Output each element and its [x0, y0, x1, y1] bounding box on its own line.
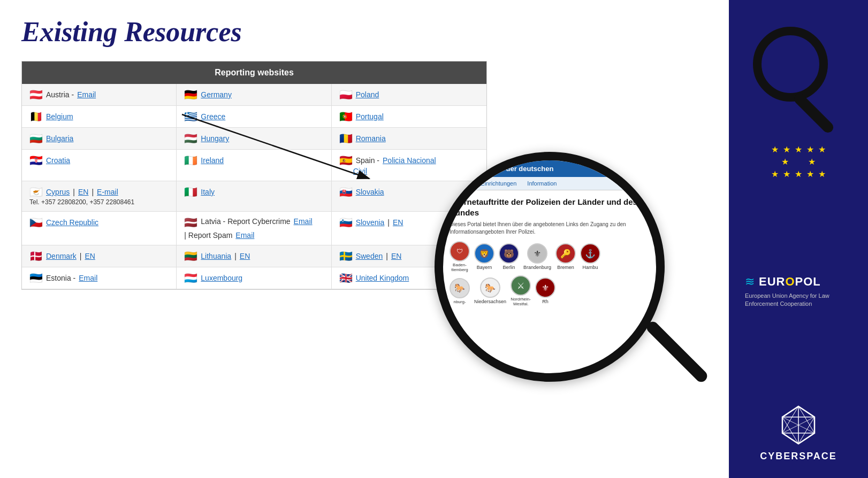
austria-label: Austria - [46, 90, 74, 99]
poland-link[interactable]: Poland [356, 90, 379, 99]
table-cell: 🇮🇹 Italy [177, 181, 331, 211]
eu-stars: ★ ★ ★ ★ ★ ★ ★ ★ ★ ★ ★ ★ [771, 144, 826, 179]
cyprus-email-link[interactable]: E-mail [97, 188, 118, 196]
magnifier-handle [644, 319, 710, 384]
europol-section: ≋ EUROPOL European Union Agency for LawE… [740, 275, 857, 309]
uk-link[interactable]: United Kingdom [356, 274, 409, 282]
star: ★ [818, 169, 826, 179]
lithuania-link[interactable]: Lithuania [201, 252, 231, 260]
flag-spain: 🇪🇸 [339, 155, 353, 166]
state-icon-ber: 🐻 Berlin [499, 243, 519, 270]
bulgaria-link[interactable]: Bulgaria [46, 134, 73, 143]
italy-link[interactable]: Italy [201, 188, 215, 196]
denmark-link[interactable]: Denmark [46, 252, 77, 260]
portugal-link[interactable]: Portugal [356, 112, 384, 121]
flag-portugal: 🇵🇹 [339, 111, 353, 122]
table-cell: 🇩🇰 Denmark | EN [22, 245, 177, 267]
flag-lithuania: 🇱🇹 [184, 251, 197, 261]
sidebar: ★ ★ ★ ★ ★ ★ ★ ★ ★ ★ ★ ★ ≋ EUROPOL [729, 0, 868, 478]
flag-bulgaria: 🇧🇬 [29, 133, 43, 144]
slovenia-link[interactable]: Slovenia [356, 218, 385, 227]
germany-link[interactable]: Germany [201, 90, 232, 99]
flag-luxembourg: 🇱🇺 [184, 273, 197, 283]
sweden-link[interactable]: Sweden [356, 252, 383, 260]
greece-link[interactable]: Greece [201, 112, 225, 121]
table-row: 🇨🇾 Cyprus | EN | E-mail Tel. +357 228082… [22, 181, 486, 212]
pipe: | [386, 252, 388, 260]
flag-slovenia: 🇸🇮 [339, 217, 353, 228]
cyprus-link[interactable]: Cyprus [46, 188, 70, 196]
sweden-en-link[interactable]: EN [391, 252, 401, 260]
state-icon-rl: ⚜ Rh [535, 277, 555, 304]
latvia-email1-link[interactable]: Email [294, 217, 313, 226]
europol-wave-icon: ≋ [745, 275, 755, 289]
table-cell: 🇮🇪 Ireland [177, 150, 331, 181]
table-row: 🇧🇬 Bulgaria 🇭🇺 Hungary 🇷🇴 Ro [22, 128, 486, 150]
lithuania-en-link[interactable]: EN [240, 252, 250, 260]
pipe: | [80, 252, 82, 260]
denmark-en-link[interactable]: EN [85, 252, 95, 260]
europol-name: EUROPOL [759, 275, 821, 289]
table-cell: 🇦🇹 Austria - Email [22, 84, 177, 105]
table-cell: 🇸🇮 Slovenia | EN [332, 212, 486, 245]
table-cell: 🇱🇹 Lithuania | EN [177, 245, 331, 267]
table-row: 🇪🇪 Estonia - Email 🇱🇺 Luxembourg [22, 267, 486, 289]
europol-subtitle: European Union Agency for LawEnforcement… [745, 292, 829, 309]
table-cell: 🇬🇷 Greece [177, 106, 331, 127]
flag-cyprus: 🇨🇾 [29, 187, 43, 197]
table-row: 🇭🇷 Croatia 🇮🇪 Ireland 🇪🇸 Spa [22, 150, 486, 181]
estonia-link[interactable]: Email [79, 274, 97, 282]
cyberspace-section: CYBERSPACE [760, 404, 837, 462]
table-cell: 🇸🇰 Slovakia [332, 181, 486, 211]
table-cell: 🇭🇺 Hungary [177, 128, 331, 149]
estonia-text: Estonia - [46, 274, 75, 282]
table-cell: 🇪🇪 Estonia - Email [22, 267, 177, 289]
star: ★ [806, 144, 814, 155]
table-cell: 🇪🇸 Spain - Policia Nacional Civil [332, 150, 486, 181]
czech-link[interactable]: Czech Republic [46, 218, 98, 227]
spain-link2[interactable]: Civil [353, 167, 367, 175]
latvia-email2-link[interactable]: Email [235, 231, 254, 240]
sidebar-top: ★ ★ ★ ★ ★ ★ ★ ★ ★ ★ ★ ★ [740, 16, 857, 179]
star: ★ [781, 157, 789, 167]
flag-hungary: 🇭🇺 [184, 133, 197, 144]
table-cell: 🇱🇻 Latvia - Report Cybercrime Email | Re… [177, 212, 331, 245]
mag-circle-icon [753, 27, 828, 102]
pipe: | [92, 188, 94, 196]
star: ★ [783, 169, 790, 179]
table-cell: 🇵🇹 Portugal [332, 106, 486, 127]
flag-belgium: 🇧🇪 [29, 111, 43, 122]
flag-estonia: 🇪🇪 [29, 273, 43, 283]
belgium-link[interactable]: Belgium [46, 112, 73, 121]
pipe: | [387, 218, 390, 227]
state-icon-nrw: ⚔ Nordrhein-Westfal. [511, 275, 531, 306]
table-cell: 🇷🇴 Romania [332, 128, 486, 149]
austria-link[interactable]: Email [77, 90, 96, 99]
cyprus-en-link[interactable]: EN [78, 188, 88, 196]
state-icon-ham: ⚓ Hambu [580, 243, 600, 270]
romania-link[interactable]: Romania [356, 134, 386, 143]
slovakia-link[interactable]: Slovakia [356, 188, 384, 196]
pipe: | [234, 252, 237, 260]
luxembourg-link[interactable]: Luxembourg [201, 274, 242, 282]
cyberspace-label: CYBERSPACE [760, 451, 837, 462]
hungary-link[interactable]: Hungary [201, 134, 229, 143]
flag-germany: 🇩🇪 [184, 89, 197, 100]
flag-croatia: 🇭🇷 [29, 155, 43, 166]
slovenia-en-link[interactable]: EN [393, 218, 403, 227]
flag-italy: 🇮🇹 [184, 187, 197, 197]
flag-czech: 🇨🇿 [29, 217, 43, 228]
star: ★ [795, 144, 802, 155]
table-cell: 🇩🇪 Germany [177, 84, 331, 105]
flag-latvia: 🇱🇻 [184, 217, 197, 228]
ireland-link[interactable]: Ireland [201, 156, 224, 165]
flag-romania: 🇷🇴 [339, 133, 353, 144]
table-header: Reporting websites [22, 61, 486, 84]
state-icon-bra: ⚜ Brandenburg [523, 243, 551, 270]
star: ★ [771, 144, 779, 155]
europol-logo: ≋ EUROPOL [745, 275, 821, 289]
croatia-link[interactable]: Croatia [46, 156, 70, 165]
table-cell: 🇭🇷 Croatia [22, 150, 177, 181]
spain-link1[interactable]: Policia Nacional [383, 156, 436, 165]
pipe: | [73, 188, 75, 196]
